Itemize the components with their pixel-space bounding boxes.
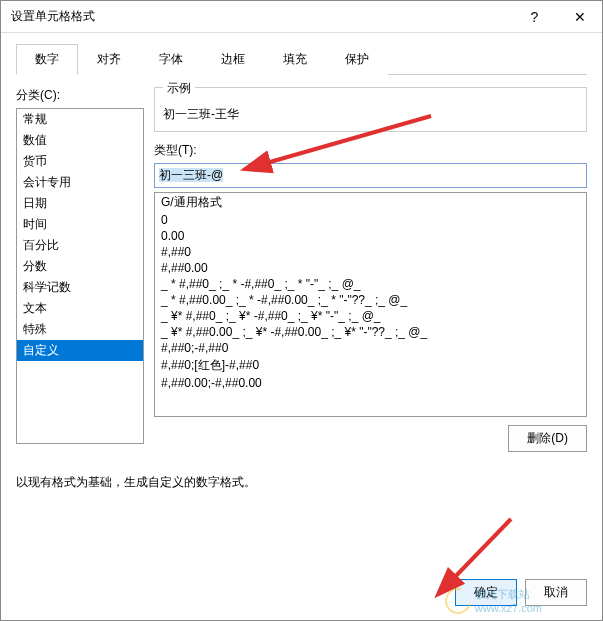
category-item[interactable]: 数值: [17, 130, 143, 151]
tab-fill[interactable]: 填充: [264, 44, 326, 75]
close-icon: ✕: [574, 9, 586, 25]
category-list[interactable]: 常规数值货币会计专用日期时间百分比分数科学记数文本特殊自定义: [16, 108, 144, 444]
category-item[interactable]: 常规: [17, 109, 143, 130]
format-item[interactable]: #,##0;-#,##0: [155, 340, 586, 356]
format-list[interactable]: G/通用格式00.00#,##0#,##0.00_ * #,##0_ ;_ * …: [154, 192, 587, 417]
type-input-value: 初一三班-@: [159, 168, 223, 182]
tab-label: 字体: [159, 52, 183, 66]
tab-border[interactable]: 边框: [202, 44, 264, 75]
titlebar: 设置单元格格式 ? ✕: [1, 1, 602, 33]
delete-button[interactable]: 删除(D): [508, 425, 587, 452]
format-item[interactable]: _ ¥* #,##0_ ;_ ¥* -#,##0_ ;_ ¥* "-"_ ;_ …: [155, 308, 586, 324]
sample-value: 初一三班-王华: [163, 106, 578, 123]
format-item[interactable]: 0: [155, 212, 586, 228]
detail-column: 示例 初一三班-王华 类型(T): 初一三班-@ G/通用格式00.00#,##…: [154, 87, 587, 452]
format-item[interactable]: #,##0;[红色]-#,##0: [155, 356, 586, 375]
category-item[interactable]: 百分比: [17, 235, 143, 256]
dialog-content: 数字 对齐 字体 边框 填充 保护 分类(C): 常规数值货币会计专用日期时间百…: [1, 33, 602, 491]
tab-label: 保护: [345, 52, 369, 66]
category-item[interactable]: 特殊: [17, 319, 143, 340]
close-button[interactable]: ✕: [557, 1, 602, 33]
ok-button[interactable]: 确定: [455, 579, 517, 606]
tab-label: 对齐: [97, 52, 121, 66]
format-item[interactable]: #,##0.00: [155, 260, 586, 276]
format-item[interactable]: _ * #,##0.00_ ;_ * -#,##0.00_ ;_ * "-"??…: [155, 292, 586, 308]
help-text: 以现有格式为基础，生成自定义的数字格式。: [16, 474, 587, 491]
type-input[interactable]: 初一三班-@: [154, 163, 587, 188]
tab-label: 数字: [35, 52, 59, 66]
category-item[interactable]: 货币: [17, 151, 143, 172]
sample-box: 示例 初一三班-王华: [154, 87, 587, 132]
tab-label: 边框: [221, 52, 245, 66]
main-row: 分类(C): 常规数值货币会计专用日期时间百分比分数科学记数文本特殊自定义 示例…: [16, 87, 587, 452]
format-item[interactable]: _ * #,##0_ ;_ * -#,##0_ ;_ * "-"_ ;_ @_: [155, 276, 586, 292]
cancel-button[interactable]: 取消: [525, 579, 587, 606]
format-item[interactable]: #,##0: [155, 244, 586, 260]
category-column: 分类(C): 常规数值货币会计专用日期时间百分比分数科学记数文本特殊自定义: [16, 87, 144, 452]
category-label: 分类(C):: [16, 87, 144, 104]
tab-protection[interactable]: 保护: [326, 44, 388, 75]
sample-legend: 示例: [163, 80, 195, 97]
delete-button-label: 删除(D): [527, 431, 568, 445]
tab-alignment[interactable]: 对齐: [78, 44, 140, 75]
tab-label: 填充: [283, 52, 307, 66]
category-item[interactable]: 文本: [17, 298, 143, 319]
tab-number[interactable]: 数字: [16, 44, 78, 75]
help-button[interactable]: ?: [512, 1, 557, 33]
category-item[interactable]: 自定义: [17, 340, 143, 361]
format-item[interactable]: _ ¥* #,##0.00_ ;_ ¥* -#,##0.00_ ;_ ¥* "-…: [155, 324, 586, 340]
format-item[interactable]: #,##0.00;-#,##0.00: [155, 375, 586, 391]
tab-font[interactable]: 字体: [140, 44, 202, 75]
svg-line-1: [451, 519, 511, 581]
format-item[interactable]: 0.00: [155, 228, 586, 244]
help-icon: ?: [531, 9, 539, 25]
ok-button-label: 确定: [474, 585, 498, 599]
tab-strip: 数字 对齐 字体 边框 填充 保护: [16, 43, 587, 75]
format-item[interactable]: G/通用格式: [155, 193, 586, 212]
titlebar-controls: ? ✕: [512, 1, 602, 32]
delete-row: 删除(D): [154, 425, 587, 452]
dialog-buttons: 确定 取消: [455, 579, 587, 606]
dialog-title: 设置单元格格式: [11, 8, 95, 25]
category-item[interactable]: 会计专用: [17, 172, 143, 193]
category-item[interactable]: 日期: [17, 193, 143, 214]
category-item[interactable]: 时间: [17, 214, 143, 235]
type-label: 类型(T):: [154, 142, 587, 159]
cancel-button-label: 取消: [544, 585, 568, 599]
category-item[interactable]: 分数: [17, 256, 143, 277]
category-item[interactable]: 科学记数: [17, 277, 143, 298]
